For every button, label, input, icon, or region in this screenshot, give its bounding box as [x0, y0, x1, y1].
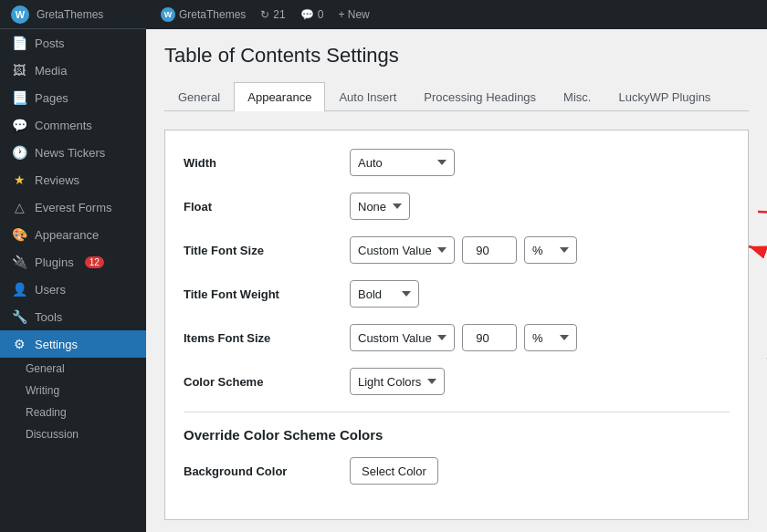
site-name: GretaThemes — [37, 8, 103, 21]
media-icon: 🖼 — [11, 63, 27, 78]
float-controls: None Left Right — [350, 193, 410, 220]
color-scheme-label: Color Scheme — [184, 375, 339, 389]
title-font-weight-row: Title Font Weight Bold Normal Lighter Bo… — [184, 280, 730, 308]
float-select[interactable]: None Left Right — [350, 193, 410, 220]
sidebar-item-everest-forms[interactable]: △ Everest Forms — [0, 193, 146, 221]
title-font-weight-controls: Bold Normal Lighter Bolder — [350, 280, 419, 308]
tab-misc[interactable]: Misc. — [550, 82, 604, 111]
title-font-weight-select[interactable]: Bold Normal Lighter Bolder — [350, 280, 419, 308]
sidebar-item-label: Users — [35, 283, 66, 297]
plugins-icon: 🔌 — [11, 255, 27, 269]
items-font-size-input[interactable] — [462, 324, 517, 351]
section-divider — [184, 412, 730, 412]
new-label: + New — [338, 8, 369, 21]
items-font-size-unit-select[interactable]: % px em — [524, 324, 577, 351]
tab-appearance[interactable]: Appearance — [234, 82, 325, 111]
sidebar-sub-label: General — [26, 362, 65, 375]
plugins-badge: 12 — [85, 256, 104, 268]
sidebar-item-plugins[interactable]: 🔌 Plugins 12 — [0, 248, 146, 276]
sidebar-item-label: Posts — [35, 37, 65, 50]
tab-auto-insert[interactable]: Auto Insert — [325, 82, 410, 111]
background-color-row: Background Color Select Color — [184, 457, 730, 485]
sidebar-item-label: Settings — [35, 338, 78, 351]
width-select[interactable]: Auto Custom Value — [350, 149, 455, 176]
sidebar-item-label: Plugins — [35, 256, 74, 269]
background-color-button[interactable]: Select Color — [350, 457, 438, 485]
sidebar-sub-general[interactable]: General — [0, 358, 146, 380]
sidebar-item-label: Comments — [35, 119, 92, 132]
background-color-label: Background Color — [184, 464, 339, 478]
topbar-comments[interactable]: 💬 0 — [300, 8, 324, 21]
appearance-icon: 🎨 — [11, 227, 27, 242]
float-label: Float — [184, 200, 339, 214]
sidebar-item-appearance[interactable]: 🎨 Appearance — [0, 221, 146, 248]
color-scheme-select[interactable]: Light Colors Dark Colors Custom — [350, 368, 445, 395]
title-font-weight-label: Title Font Weight — [184, 287, 339, 301]
float-row: Float None Left Right — [184, 193, 730, 220]
sidebar: W GretaThemes 📄 Posts 🖼 Media 📃 Pages 💬 … — [0, 0, 146, 532]
tab-luckywp-plugins[interactable]: LuckyWP Plugins — [604, 82, 724, 111]
everest-forms-icon: △ — [11, 200, 27, 214]
sidebar-item-label: Tools — [35, 310, 62, 324]
topbar-updates-count: 21 — [273, 8, 285, 21]
color-scheme-row: Color Scheme Light Colors Dark Colors Cu… — [184, 368, 730, 395]
topbar-updates[interactable]: ↻ 21 — [260, 8, 285, 21]
sidebar-item-label: Everest Forms — [35, 201, 112, 214]
sidebar-item-label: News Tickers — [35, 146, 105, 160]
tools-icon: 🔧 — [11, 309, 27, 324]
tab-processing-headings[interactable]: Processing Headings — [410, 82, 550, 111]
tabs-bar: General Appearance Auto Insert Processin… — [164, 82, 749, 111]
title-font-size-input[interactable] — [462, 236, 517, 264]
sidebar-sub-writing[interactable]: Writing — [0, 380, 146, 402]
sidebar-item-media[interactable]: 🖼 Media — [0, 57, 146, 84]
sidebar-item-label: Reviews — [35, 173, 79, 187]
settings-wrapper: Width Auto Custom Value Float None — [164, 130, 749, 520]
topbar-comments-count: 0 — [318, 8, 324, 21]
color-scheme-controls: Light Colors Dark Colors Custom — [350, 368, 445, 395]
title-font-size-label: Title Font Size — [184, 244, 339, 257]
settings-icon: ⚙ — [11, 337, 27, 351]
title-font-size-row: Title Font Size Custom Value Auto % px e… — [184, 236, 730, 264]
sidebar-item-label: Pages — [35, 91, 68, 105]
sidebar-header: W GretaThemes — [0, 0, 146, 29]
sidebar-item-news-tickers[interactable]: 🕐 News Tickers — [0, 139, 146, 166]
wp-logo: W — [11, 5, 29, 24]
items-font-size-label: Items Font Size — [184, 331, 339, 345]
sidebar-item-comments[interactable]: 💬 Comments — [0, 111, 146, 139]
width-label: Width — [184, 156, 339, 170]
sidebar-sub-reading[interactable]: Reading — [0, 402, 146, 423]
topbar-logo[interactable]: W GretaThemes — [161, 7, 246, 22]
sidebar-item-users[interactable]: 👤 Users — [0, 276, 146, 303]
sidebar-item-settings[interactable]: ⚙ Settings — [0, 330, 146, 358]
comment-icon: 💬 — [300, 8, 314, 21]
width-controls: Auto Custom Value — [350, 149, 455, 176]
sidebar-item-pages[interactable]: 📃 Pages — [0, 84, 146, 111]
page-title: Table of Contents Settings — [164, 44, 749, 68]
title-font-size-controls: Custom Value Auto % px em — [350, 236, 577, 264]
sidebar-item-posts[interactable]: 📄 Posts — [0, 29, 146, 57]
settings-panel: Width Auto Custom Value Float None — [164, 130, 749, 520]
title-font-size-type-select[interactable]: Custom Value Auto — [350, 236, 455, 264]
sidebar-sub-label: Discussion — [26, 428, 79, 441]
tab-general[interactable]: General — [164, 82, 234, 111]
sidebar-item-reviews[interactable]: ★ Reviews — [0, 166, 146, 193]
items-font-size-type-select[interactable]: Custom Value Auto — [350, 324, 455, 351]
title-font-size-unit-select[interactable]: % px em — [524, 236, 577, 264]
reviews-icon: ★ — [11, 172, 27, 187]
sidebar-menu: 📄 Posts 🖼 Media 📃 Pages 💬 Comments 🕐 New… — [0, 29, 146, 532]
override-section-title: Override Color Scheme Colors — [184, 427, 730, 443]
main-content: W GretaThemes ↻ 21 💬 0 + New Table of Co… — [146, 0, 767, 532]
users-icon: 👤 — [11, 282, 27, 297]
sidebar-sub-discussion[interactable]: Discussion — [0, 423, 146, 445]
width-row: Width Auto Custom Value — [184, 149, 730, 176]
sidebar-sub-label: Writing — [26, 384, 59, 397]
topbar: W GretaThemes ↻ 21 💬 0 + New — [146, 0, 767, 29]
items-font-size-controls: Custom Value Auto % px em — [350, 324, 577, 351]
sidebar-item-label: Appearance — [35, 228, 99, 242]
sidebar-item-tools[interactable]: 🔧 Tools — [0, 303, 146, 330]
posts-icon: 📄 — [11, 36, 27, 50]
news-tickers-icon: 🕐 — [11, 145, 27, 160]
sidebar-sub-label: Reading — [26, 406, 67, 419]
items-font-size-row: Items Font Size Custom Value Auto % px e… — [184, 324, 730, 351]
topbar-new[interactable]: + New — [338, 8, 369, 21]
